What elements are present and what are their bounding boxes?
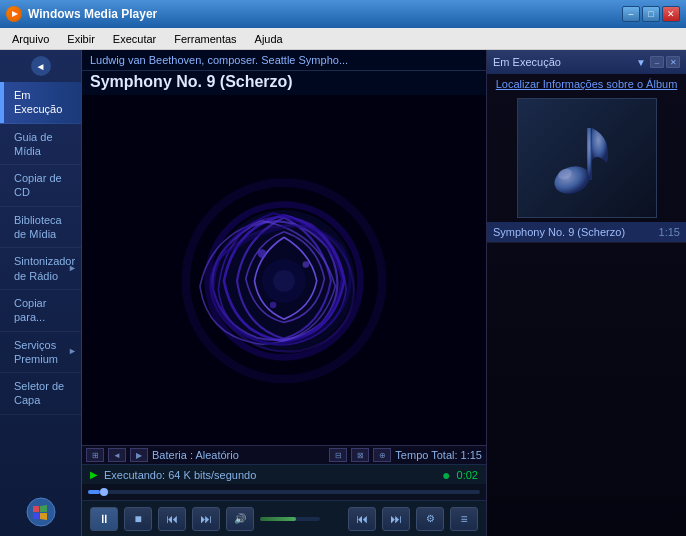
window-controls: – □ ✕	[622, 6, 680, 22]
play-indicator-icon: ▶	[90, 469, 98, 480]
svg-point-9	[270, 302, 277, 309]
stop-button[interactable]: ■	[124, 507, 152, 531]
progress-track[interactable]	[88, 490, 480, 494]
playlist-item-duration: 1:15	[659, 226, 680, 238]
maximize-button[interactable]: □	[642, 6, 660, 22]
viz-menu-icon[interactable]: ⊞	[86, 448, 104, 462]
visualization-area	[82, 95, 486, 445]
svg-rect-13	[587, 128, 592, 180]
video-header: Ludwig van Beethoven, composer. Seattle …	[82, 50, 486, 71]
menu-arquivo[interactable]: Arquivo	[4, 31, 57, 47]
rp-title-buttons: – ✕	[650, 56, 680, 68]
sidebar-item-sintonizador-de-radio[interactable]: Sintonizador de Rádio ►	[0, 248, 81, 290]
status-bar: ▶ Executando: 64 K bits/segundo ● 0:02	[82, 464, 486, 484]
time-dot-icon: ●	[442, 467, 450, 483]
transport-bar: ⏸ ■ ⏮ ⏭ 🔊 ⏮ ⏭ ⚙ ≡	[82, 500, 486, 536]
sidebar-item-em-execucao[interactable]: Em Execução	[0, 82, 81, 124]
volume-button[interactable]: 🔊	[226, 507, 254, 531]
app-title: Windows Media Player	[28, 7, 616, 21]
viz-icon-1[interactable]: ⊟	[329, 448, 347, 462]
progress-container	[82, 484, 486, 500]
app-icon	[6, 6, 22, 22]
visualization-svg	[82, 95, 486, 445]
prev-button[interactable]: ⏮	[158, 507, 186, 531]
status-text: Executando: 64 K bits/segundo	[104, 469, 436, 481]
viz-play-icon[interactable]: ▶	[130, 448, 148, 462]
playlist-area: Symphony No. 9 (Scherzo) 1:15	[487, 222, 686, 536]
pause-button[interactable]: ⏸	[90, 507, 118, 531]
time-current: 0:02	[457, 469, 478, 481]
next-button[interactable]: ⏭	[192, 507, 220, 531]
settings-button[interactable]: ⚙	[416, 507, 444, 531]
windows-logo	[0, 488, 81, 536]
main-container: ◄ Em Execução Guia de Mídia Copiar de CD…	[0, 50, 686, 536]
sidebar-item-seletor-de-capa[interactable]: Seletor de Capa	[0, 373, 81, 415]
volume-fill	[260, 517, 296, 521]
svg-point-12	[550, 162, 593, 199]
viz-icon-3[interactable]: ⊕	[373, 448, 391, 462]
sidebar-item-servicos-premium[interactable]: Serviços Premium ►	[0, 332, 81, 374]
album-art	[517, 98, 657, 218]
time-total: Tempo Total: 1:15	[395, 449, 482, 461]
minimize-button[interactable]: –	[622, 6, 640, 22]
viz-bottom-bar: ⊞ ◄ ▶ Bateria : Aleatório ⊟ ⊠ ⊕ Tempo To…	[82, 445, 486, 464]
more-button[interactable]: ≡	[450, 507, 478, 531]
sidebar: ◄ Em Execução Guia de Mídia Copiar de CD…	[0, 50, 82, 536]
menu-ajuda[interactable]: Ajuda	[247, 31, 291, 47]
svg-point-8	[303, 261, 310, 268]
video-title: Symphony No. 9 (Scherzo)	[82, 71, 486, 95]
viz-prev-icon[interactable]: ◄	[108, 448, 126, 462]
sidebar-item-copiar-para[interactable]: Copiar para...	[0, 290, 81, 332]
viz-label: Bateria : Aleatório	[152, 449, 325, 461]
skip-fwd-button[interactable]: ⏭	[382, 507, 410, 531]
sidebar-item-copiar-de-cd[interactable]: Copiar de CD	[0, 165, 81, 207]
rp-title-label: Em Execução	[493, 56, 632, 68]
content-area: Ludwig van Beethoven, composer. Seattle …	[82, 50, 486, 536]
rp-dropdown-icon[interactable]: ▼	[636, 57, 646, 68]
playlist-item[interactable]: Symphony No. 9 (Scherzo) 1:15	[487, 222, 686, 243]
rp-close-button[interactable]: ✕	[666, 56, 680, 68]
menu-exibir[interactable]: Exibir	[59, 31, 103, 47]
album-art-svg	[537, 108, 637, 208]
menu-executar[interactable]: Executar	[105, 31, 164, 47]
svg-point-7	[258, 249, 267, 258]
svg-point-11	[273, 270, 295, 292]
right-panel: Em Execução ▼ – ✕ Localizar Informações …	[486, 50, 686, 536]
skip-back-button[interactable]: ⏮	[348, 507, 376, 531]
volume-slider[interactable]	[260, 517, 320, 521]
playlist-item-title: Symphony No. 9 (Scherzo)	[493, 226, 655, 238]
menu-ferramentas[interactable]: Ferramentas	[166, 31, 244, 47]
sidebar-item-guia-de-midia[interactable]: Guia de Mídia	[0, 124, 81, 166]
viz-icon-2[interactable]: ⊠	[351, 448, 369, 462]
chevron-right-icon: ►	[68, 263, 77, 275]
menu-bar: Arquivo Exibir Executar Ferramentas Ajud…	[0, 28, 686, 50]
find-info-link[interactable]: Localizar Informações sobre o Álbum	[487, 74, 686, 94]
close-button[interactable]: ✕	[662, 6, 680, 22]
chevron-right-icon-2: ►	[68, 346, 77, 358]
rp-title-bar: Em Execução ▼ – ✕	[487, 50, 686, 74]
progress-thumb	[100, 488, 108, 496]
title-bar: Windows Media Player – □ ✕	[0, 0, 686, 28]
progress-fill	[88, 490, 100, 494]
rp-minimize-button[interactable]: –	[650, 56, 664, 68]
sidebar-item-biblioteca-de-midia[interactable]: Biblioteca de Mídia	[0, 207, 81, 249]
sidebar-nav-arrow[interactable]: ◄	[31, 56, 51, 76]
